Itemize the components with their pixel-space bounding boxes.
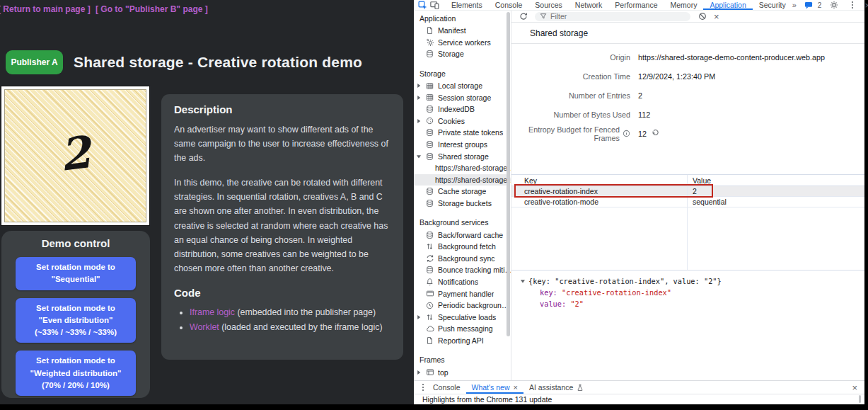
clear-all-icon[interactable] <box>698 12 707 21</box>
filter-funnel-icon <box>540 13 547 20</box>
drawer-tab-whats-new[interactable]: What's new × <box>466 381 523 394</box>
worklet-link[interactable]: Worklet <box>190 322 219 332</box>
filter-box[interactable] <box>535 12 690 21</box>
preview-summary-row[interactable]: {key: "creative-rotation-index", value: … <box>520 275 864 287</box>
refresh-icon[interactable] <box>519 12 528 21</box>
sidebar-item-background-fetch[interactable]: Background fetch <box>414 241 511 253</box>
table-row-creative-rotation-index[interactable]: creative-rotation-index 2 <box>511 186 864 197</box>
sidebar-section-background-services: Background services Back/forward cache B… <box>414 216 511 346</box>
tab-network[interactable]: Network <box>569 0 609 10</box>
tab-console[interactable]: Console <box>489 0 529 10</box>
chevron-down-icon[interactable] <box>416 154 422 159</box>
column-header-key[interactable]: Key <box>511 176 687 185</box>
info-icon[interactable] <box>623 130 630 137</box>
tab-sources[interactable]: Sources <box>528 0 569 10</box>
delete-selected-icon[interactable]: × <box>714 12 719 21</box>
sidebar-item-service-workers[interactable]: Service workers <box>414 37 511 49</box>
column-header-value[interactable]: Value <box>687 176 864 185</box>
more-tabs-icon[interactable]: » <box>792 1 797 9</box>
code-item-text: (loaded and executed by the iframe logic… <box>219 322 383 332</box>
button-line: Set rotation mode to <box>18 302 133 314</box>
tab-memory[interactable]: Memory <box>664 0 703 10</box>
preview-summary: {key: "creative-rotation-index", value: … <box>528 275 722 287</box>
tab-performance[interactable]: Performance <box>608 0 664 10</box>
sidebar-item-private-state-tokens[interactable]: Private state tokens <box>414 127 511 139</box>
section-title: Application <box>414 12 511 25</box>
sidebar-item-local-storage[interactable]: Local storage <box>414 80 511 92</box>
issues-counter[interactable]: 2 <box>803 1 822 10</box>
sidebar-item-back-forward-cache[interactable]: Back/forward cache <box>414 229 511 241</box>
sidebar-item-background-sync[interactable]: Background sync <box>414 253 511 265</box>
shared-storage-section-title: Shared storage <box>511 23 864 44</box>
cell-key: creative-rotation-mode <box>511 198 687 206</box>
sidebar-item-storage-buckets[interactable]: Storage buckets <box>414 198 511 210</box>
publisher-badge: Publisher A <box>6 50 63 74</box>
sidebar-item-cache-storage[interactable]: Cache storage <box>414 186 511 198</box>
sidebar-item-push-messaging[interactable]: Push messaging <box>414 323 511 335</box>
drawer-kebab-icon[interactable] <box>418 383 427 392</box>
return-main-link[interactable]: [ Return to main page ] <box>0 4 91 14</box>
drawer-tab-ai-assistance[interactable]: AI assistance <box>523 381 589 394</box>
sidebar-item-shared-storage-origin-2[interactable]: https://shared-storage… <box>414 174 511 186</box>
chevron-down-icon[interactable] <box>520 278 526 284</box>
chevron-right-icon[interactable] <box>416 83 422 89</box>
sidebar-item-top-frame[interactable]: top <box>414 366 511 378</box>
up-down-arrows-icon <box>425 242 434 251</box>
sidebar-item-interest-groups[interactable]: Interest groups <box>414 139 511 151</box>
sidebar-item-speculative-loads[interactable]: Speculative loads <box>414 311 511 323</box>
devtools-close-icon[interactable]: × <box>864 1 868 10</box>
filter-input[interactable] <box>550 12 685 21</box>
sidebar-item-storage[interactable]: Storage <box>414 48 511 60</box>
sidebar-item-notifications[interactable]: Notifications <box>414 276 511 288</box>
drawer-close-icon[interactable]: × <box>852 383 857 392</box>
database-icon <box>425 187 434 195</box>
drawer-scrollbar[interactable] <box>859 395 861 403</box>
sidebar-item-bounce-tracking[interactable]: Bounce tracking miti… <box>414 264 511 276</box>
set-even-distribution-button[interactable]: Set rotation mode to "Even distribution"… <box>16 298 136 343</box>
clock-icon <box>425 301 434 309</box>
inspect-element-icon[interactable] <box>417 1 429 10</box>
iframe-logic-link[interactable]: Iframe logic <box>190 307 235 317</box>
chevron-right-icon[interactable] <box>416 314 422 320</box>
table-row-creative-rotation-mode[interactable]: creative-rotation-mode sequential <box>511 197 864 207</box>
chevron-right-icon[interactable] <box>416 95 422 101</box>
sidebar-item-session-storage[interactable]: Session storage <box>414 91 511 103</box>
tab-security[interactable]: Security <box>753 0 792 10</box>
chevron-right-icon[interactable] <box>416 118 422 124</box>
sidebar-item-shared-storage-origin-1[interactable]: https://shared-storage… <box>414 162 511 174</box>
set-sequential-button[interactable]: Set rotation mode to "Sequential" <box>16 257 136 290</box>
preview-entry-value: value: "2" <box>520 298 864 309</box>
sidebar-item-shared-storage[interactable]: Shared storage <box>414 150 511 162</box>
settings-gear-icon[interactable] <box>828 1 840 10</box>
shared-storage-toolbar: × <box>511 11 864 23</box>
whats-new-headline[interactable]: Highlights from the Chrome 131 update <box>422 395 552 404</box>
set-weighted-distribution-button[interactable]: Set rotation mode to "Weighted distribut… <box>16 351 136 396</box>
card-icon <box>425 290 434 298</box>
sidebar-item-manifest[interactable]: Manifest <box>414 25 511 37</box>
reset-budget-icon[interactable] <box>652 130 659 137</box>
sidebar-item-periodic-background-sync[interactable]: Periodic backgroun… <box>414 300 511 312</box>
code-list-item: Iframe logic (embedded into the publishe… <box>190 306 390 319</box>
kebab-menu-icon[interactable] <box>846 1 858 10</box>
button-line: "Even distribution" <box>18 314 133 326</box>
meta-row-creation-time: Creation Time 12/9/2024, 1:23:40 PM <box>511 67 864 86</box>
close-tab-icon[interactable]: × <box>513 384 517 392</box>
sidebar-item-reporting-api[interactable]: Reporting API <box>414 335 511 347</box>
tab-elements[interactable]: Elements <box>445 0 489 10</box>
chevron-right-icon[interactable] <box>416 370 422 375</box>
code-list: Iframe logic (embedded into the publishe… <box>174 306 390 334</box>
sidebar-item-cookies[interactable]: Cookies <box>414 115 511 127</box>
issues-bubble-icon <box>803 1 815 10</box>
sidebar-scrollbar[interactable] <box>507 12 510 336</box>
property-name: value: <box>540 300 566 308</box>
table-icon <box>425 81 434 90</box>
button-line: (~33% / ~33% / ~33%) <box>18 326 133 338</box>
sidebar-item-indexeddb[interactable]: IndexedDB <box>414 103 511 115</box>
device-toolbar-icon[interactable] <box>429 1 441 10</box>
publisher-b-link[interactable]: [ Go to "Publisher B" page ] <box>96 4 208 14</box>
devtools-body: Application Manifest Service workers Sto… <box>414 11 864 380</box>
tab-application[interactable]: Application <box>703 0 752 10</box>
sidebar-item-payment-handler[interactable]: Payment handler <box>414 287 511 300</box>
drawer-tab-console[interactable]: Console <box>427 381 466 394</box>
meta-label: Creation Time <box>583 72 630 81</box>
